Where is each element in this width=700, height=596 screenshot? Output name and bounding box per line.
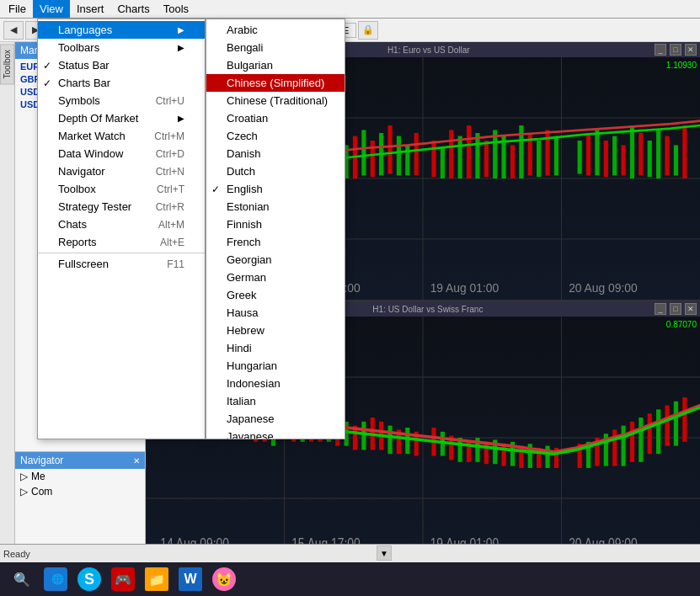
navigator-panel: Navigator ✕ ▷ Me ▷ Com [15, 452, 145, 553]
word-icon: W [179, 567, 202, 591]
menu-charts[interactable]: Charts [110, 0, 156, 18]
toolbox-tab[interactable]: Toolbox [0, 44, 14, 84]
left-toolbox-strip: Toolbox [0, 42, 15, 577]
svg-rect-131 [665, 406, 669, 446]
svg-rect-38 [414, 133, 419, 175]
view-menu-strategy[interactable]: Strategy Tester Ctrl+R [38, 198, 205, 216]
taskbar-search[interactable]: 🔍 [7, 566, 37, 593]
view-menu-datawindow[interactable]: Data Window Ctrl+D [38, 145, 205, 162]
lang-czech[interactable]: Czech [206, 127, 345, 145]
view-menu-fullscreen[interactable]: Fullscreen F11 [38, 255, 205, 273]
lang-hausa[interactable]: Hausa [206, 304, 345, 322]
marketwatch-shortcut: Ctrl+M [137, 130, 184, 142]
lang-italian[interactable]: Italian [206, 392, 345, 410]
lang-hindi[interactable]: Hindi [206, 339, 345, 357]
lang-arabic[interactable]: Arabic [206, 21, 345, 39]
taskbar-folder[interactable]: 📁 [142, 566, 172, 593]
lang-chinese-traditional[interactable]: Chinese (Traditional) [206, 92, 345, 109]
lang-bulgarian[interactable]: Bulgarian [206, 56, 345, 74]
lang-japanese[interactable]: Japanese [206, 410, 345, 428]
view-menu-strategy-label: Strategy Tester [58, 200, 131, 213]
svg-rect-35 [387, 125, 392, 174]
view-dropdown: Languages ▶ Toolbars ▶ ✓ Status Bar ✓ Ch… [37, 19, 345, 439]
view-menu-toolbox[interactable]: Toolbox Ctrl+T [38, 180, 205, 198]
toolbars-arrow: ▶ [178, 43, 184, 52]
chart-usdchf-controls: _ □ ✕ [655, 303, 697, 315]
lang-french[interactable]: French [206, 233, 345, 251]
view-menu-symbols-label: Symbols [58, 94, 100, 107]
svg-rect-102 [387, 426, 392, 455]
languages-arrow: ▶ [178, 25, 184, 35]
lang-javanese[interactable]: Javanese [206, 428, 345, 439]
depth-arrow: ▶ [178, 114, 184, 123]
view-menu-navigator[interactable]: Navigator Ctrl+N [38, 162, 205, 180]
lang-indonesian[interactable]: Indonesian [206, 375, 345, 392]
lang-hebrew[interactable]: Hebrew [206, 322, 345, 339]
lang-bengali[interactable]: Bengali [206, 39, 345, 56]
lang-greek[interactable]: Greek [206, 286, 345, 304]
navigator-close[interactable]: ✕ [133, 456, 140, 466]
toolbar-back[interactable]: ◀ [3, 21, 24, 40]
view-menu-depth-label: Depth Of Market [58, 112, 138, 125]
lang-chinese-simplified[interactable]: Chinese (Simplified) [206, 74, 345, 92]
svg-rect-130 [656, 409, 660, 454]
view-menu-chartsbar[interactable]: ✓ Charts Bar [38, 74, 205, 92]
view-menu-toolbars[interactable]: Toolbars ▶ [38, 39, 205, 56]
view-menu-marketwatch-label: Market Watch [58, 130, 126, 142]
view-menu-depth[interactable]: Depth Of Market ▶ [38, 109, 205, 127]
lang-german[interactable]: German [206, 269, 345, 286]
svg-rect-37 [405, 145, 409, 175]
toolbar-lock[interactable]: 🔒 [358, 21, 378, 40]
chart-eurusd-min[interactable]: _ [655, 44, 666, 56]
lang-danish[interactable]: Danish [206, 145, 345, 162]
chart-eurusd-price: 1.10930 [666, 61, 697, 70]
taskbar-cat[interactable]: 😺 [209, 566, 239, 593]
menu-file[interactable]: File [2, 0, 33, 18]
taskbar-skype[interactable]: S [74, 566, 104, 593]
chart-usdchf-price: 0.87070 [666, 320, 697, 329]
chart-usdchf-min[interactable]: _ [655, 303, 666, 315]
view-menu-languages[interactable]: Languages ▶ [38, 21, 205, 39]
cat-icon: 😺 [212, 567, 236, 591]
status-left: Ready [3, 549, 30, 559]
svg-rect-54 [578, 141, 582, 174]
chart-eurusd-max[interactable]: □ [670, 44, 681, 56]
svg-rect-45 [484, 141, 489, 177]
svg-rect-48 [510, 145, 515, 178]
svg-rect-56 [595, 130, 599, 175]
menu-insert[interactable]: Insert [70, 0, 111, 18]
lang-scroll-down[interactable]: ▼ [377, 545, 392, 561]
nav-label-me: Me [31, 471, 45, 482]
chart-eurusd-close[interactable]: ✕ [685, 44, 697, 56]
lang-english[interactable]: English [206, 180, 345, 198]
menu-view[interactable]: View [33, 0, 70, 18]
svg-rect-126 [621, 426, 625, 466]
view-sep [38, 253, 205, 253]
lang-estonian[interactable]: Estonian [206, 198, 345, 216]
lang-dutch[interactable]: Dutch [206, 162, 345, 180]
taskbar-explorer[interactable]: 🌐 [40, 566, 71, 593]
view-menu-symbols[interactable]: Symbols Ctrl+U [38, 92, 205, 109]
fullscreen-shortcut: F11 [150, 258, 184, 270]
scroll-down-icon: ▼ [380, 549, 388, 558]
svg-rect-125 [612, 429, 617, 466]
nav-item-com[interactable]: ▷ Com [15, 484, 145, 499]
view-menu-chats[interactable]: Chats Alt+M [38, 216, 205, 233]
taskbar-game[interactable]: 🎮 [108, 566, 138, 593]
taskbar-word[interactable]: W [175, 566, 206, 593]
view-menu-marketwatch[interactable]: Market Watch Ctrl+M [38, 127, 205, 145]
svg-rect-33 [371, 141, 375, 177]
lang-croatian[interactable]: Croatian [206, 109, 345, 127]
view-menu-statusbar[interactable]: ✓ Status Bar [38, 56, 205, 74]
lang-finnish[interactable]: Finnish [206, 216, 345, 233]
game-icon: 🎮 [111, 567, 135, 591]
chart-usdchf-max[interactable]: □ [670, 303, 681, 315]
nav-item-me[interactable]: ▷ Me [15, 469, 145, 484]
search-icon: 🔍 [10, 567, 34, 591]
lang-georgian[interactable]: Georgian [206, 251, 345, 269]
lang-hungarian[interactable]: Hungarian [206, 357, 345, 375]
svg-rect-42 [458, 136, 462, 178]
view-menu-reports[interactable]: Reports Alt+E [38, 233, 205, 251]
chart-usdchf-close[interactable]: ✕ [685, 303, 697, 315]
menu-tools[interactable]: Tools [157, 0, 195, 18]
